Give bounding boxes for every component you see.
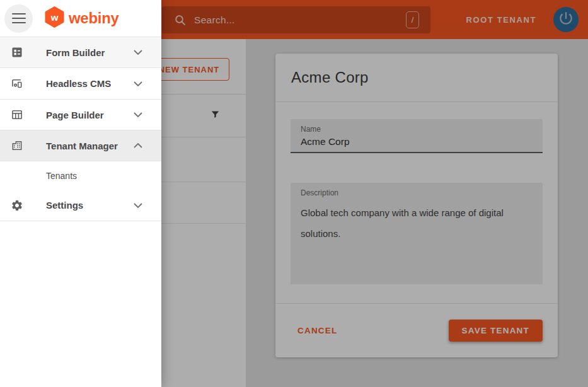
- chevron-down-icon: [134, 203, 142, 208]
- sidebar-item-label: Form Builder: [46, 47, 105, 58]
- webiny-logo[interactable]: w webiny: [45, 6, 119, 30]
- sidebar-item-tenant-manager[interactable]: Tenant Manager: [0, 130, 161, 161]
- tenant-manager-icon: [11, 139, 23, 152]
- sidebar-item-settings[interactable]: Settings: [0, 190, 161, 221]
- divider: [0, 221, 161, 221]
- sidebar-item-label: Page Builder: [46, 110, 104, 120]
- page-builder-icon: [11, 108, 23, 121]
- chevron-up-icon: [134, 143, 142, 148]
- sidebar-item-headless-cms[interactable]: Headless CMS: [0, 68, 161, 99]
- headless-cms-icon: [11, 78, 23, 90]
- navigation-drawer: w webiny Form Builder Headless CMS Page …: [0, 0, 161, 387]
- chevron-down-icon: [134, 81, 142, 86]
- sidebar-item-tenants[interactable]: Tenants: [0, 161, 161, 190]
- sidebar-item-form-builder[interactable]: Form Builder: [0, 37, 161, 67]
- svg-text:w: w: [50, 12, 59, 23]
- menu-toggle-button[interactable]: [4, 4, 33, 33]
- webiny-hexagon-icon: w: [45, 6, 64, 30]
- drawer-header: w webiny: [0, 0, 161, 37]
- sidebar-item-page-builder[interactable]: Page Builder: [0, 100, 161, 130]
- form-builder-icon: [11, 46, 23, 59]
- sidebar-item-label: Settings: [46, 200, 83, 211]
- sidebar-item-label: Tenant Manager: [46, 141, 118, 151]
- chevron-down-icon: [134, 50, 142, 55]
- webiny-wordmark: webiny: [69, 9, 119, 27]
- gear-icon: [11, 199, 23, 212]
- sidebar-item-label: Headless CMS: [46, 78, 111, 89]
- chevron-down-icon: [134, 112, 142, 117]
